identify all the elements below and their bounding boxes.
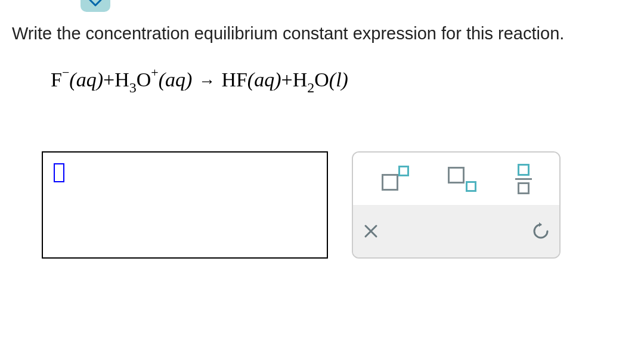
clear-button[interactable] [362, 222, 380, 240]
fraction-tool-button[interactable] [515, 164, 532, 194]
format-tools-row [353, 153, 559, 205]
fraction-icon [515, 164, 532, 194]
equation-tools-panel [352, 151, 561, 259]
question-prompt: Write the concentration equilibrium cons… [12, 24, 632, 43]
hint-dropdown-indicator[interactable] [80, 0, 110, 12]
action-tools-row [353, 205, 559, 257]
superscript-tool-button[interactable] [380, 166, 410, 192]
chemical-equation: F−(aq)+H3O+(aq) → HF(aq)+H2O(l) [51, 67, 632, 95]
superscript-icon [380, 166, 410, 192]
close-icon [362, 222, 380, 240]
subscript-tool-button[interactable] [448, 166, 478, 192]
reset-button[interactable] [531, 222, 550, 241]
chevron-down-icon [89, 0, 102, 7]
reset-icon [531, 222, 550, 241]
subscript-icon [448, 166, 478, 192]
input-area-row [42, 151, 632, 259]
answer-input-box[interactable] [42, 151, 328, 259]
input-cursor-placeholder [54, 163, 64, 182]
